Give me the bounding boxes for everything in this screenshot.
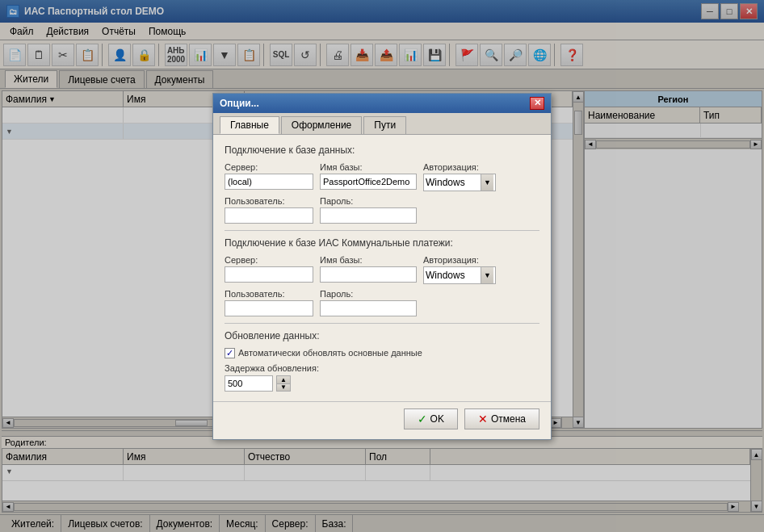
server2-input[interactable] bbox=[225, 266, 313, 283]
pwd2-label: Пароль: bbox=[320, 289, 417, 299]
divider1 bbox=[225, 230, 539, 231]
dialog-tab-paths[interactable]: Пути bbox=[363, 116, 406, 134]
auth2-select-arrow[interactable]: ▼ bbox=[481, 267, 493, 283]
spin-row: ▲ ▼ bbox=[225, 375, 539, 392]
server-label: Сервер: bbox=[225, 162, 313, 172]
pwd2-input[interactable] bbox=[320, 300, 417, 316]
pwd-label: Пароль: bbox=[320, 196, 417, 206]
spin-buttons: ▲ ▼ bbox=[276, 375, 291, 392]
server2-group: Сервер: bbox=[225, 255, 313, 283]
delay-input[interactable] bbox=[225, 375, 273, 392]
options-dialog: Опции... ✕ Главные Оформление Пути Подкл… bbox=[212, 93, 552, 440]
auto-update-row: ✓ Автоматически обновлять основные данны… bbox=[225, 348, 539, 358]
db-form-row2: Пользователь: Пароль: bbox=[225, 196, 539, 224]
auth-select-arrow[interactable]: ▼ bbox=[481, 174, 493, 191]
auth-select[interactable]: Windows ▼ bbox=[423, 174, 496, 191]
db2-input[interactable] bbox=[320, 266, 417, 283]
ok-icon: ✓ bbox=[418, 413, 427, 425]
auth-group: Авторизация: Windows ▼ bbox=[423, 162, 496, 191]
cancel-button[interactable]: ✕ Отмена bbox=[464, 408, 539, 429]
server-group: Сервер: bbox=[225, 162, 313, 190]
spin-down-button[interactable]: ▼ bbox=[276, 383, 291, 392]
db-input[interactable] bbox=[320, 174, 417, 190]
divider2 bbox=[225, 323, 539, 324]
cancel-icon: ✕ bbox=[478, 413, 488, 425]
dialog-tab-appearance[interactable]: Оформление bbox=[281, 116, 362, 134]
dialog-tab-main[interactable]: Главные bbox=[220, 116, 279, 134]
auth2-select[interactable]: Windows ▼ bbox=[423, 266, 496, 284]
pwd2-group: Пароль: bbox=[320, 289, 417, 316]
user2-input[interactable] bbox=[225, 300, 313, 316]
comm-form-row1: Сервер: Имя базы: Авторизация: Windows ▼ bbox=[225, 255, 539, 284]
spin-up-button[interactable]: ▲ bbox=[276, 375, 291, 383]
user2-group: Пользователь: bbox=[225, 289, 313, 316]
server-input[interactable] bbox=[225, 174, 313, 190]
user-label: Пользователь: bbox=[225, 196, 313, 206]
pwd-group: Пароль: bbox=[320, 196, 417, 224]
server2-label: Сервер: bbox=[225, 255, 313, 265]
checkbox-label: Автоматически обновлять основные данные bbox=[238, 348, 422, 358]
dialog-footer: ✓ OK ✕ Отмена bbox=[213, 401, 551, 439]
db2-group: Имя базы: bbox=[320, 255, 417, 283]
auth2-label: Авторизация: bbox=[423, 255, 496, 265]
delay-row: Задержка обновления: ▲ ▼ bbox=[225, 363, 539, 392]
auth-label: Авторизация: bbox=[423, 162, 496, 172]
section2-label: Подключение к базе ИАС Коммунальные плат… bbox=[225, 237, 539, 249]
dialog-body: Подключение к базе данных: Сервер: Имя б… bbox=[213, 135, 551, 401]
delay-label: Задержка обновления: bbox=[225, 363, 539, 373]
pwd-input[interactable] bbox=[320, 207, 417, 224]
auth2-group: Авторизация: Windows ▼ bbox=[423, 255, 496, 284]
dialog-title: Опции... bbox=[220, 98, 530, 109]
db-label: Имя базы: bbox=[320, 162, 417, 172]
section1-label: Подключение к базе данных: bbox=[225, 145, 539, 156]
update-label: Обновление данных: bbox=[225, 330, 539, 341]
user-group: Пользователь: bbox=[225, 196, 313, 224]
db-form-row1: Сервер: Имя базы: Авторизация: Windows ▼ bbox=[225, 162, 539, 191]
dialog-title-bar: Опции... ✕ bbox=[213, 94, 551, 113]
user-input[interactable] bbox=[225, 207, 313, 224]
db-group: Имя базы: bbox=[320, 162, 417, 190]
dialog-tabs: Главные Оформление Пути bbox=[213, 113, 551, 135]
db2-label: Имя базы: bbox=[320, 255, 417, 265]
cancel-label: Отмена bbox=[491, 413, 526, 425]
dialog-close-button[interactable]: ✕ bbox=[530, 97, 544, 110]
ok-button[interactable]: ✓ OK bbox=[404, 408, 458, 429]
ok-label: OK bbox=[430, 413, 444, 425]
modal-overlay: Опции... ✕ Главные Оформление Пути Подкл… bbox=[0, 0, 764, 532]
auto-update-checkbox[interactable]: ✓ bbox=[225, 348, 235, 358]
comm-form-row2: Пользователь: Пароль: bbox=[225, 289, 539, 316]
user2-label: Пользователь: bbox=[225, 289, 313, 299]
